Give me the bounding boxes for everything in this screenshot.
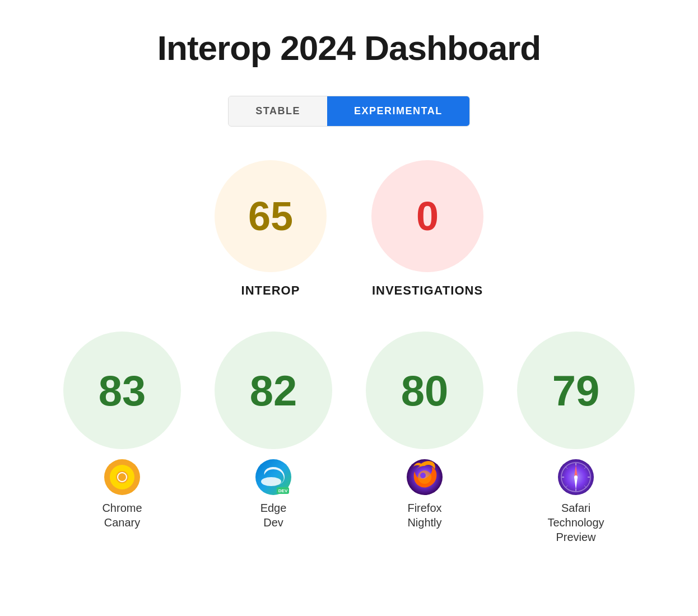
top-scores: 65 INTEROP 0 INVESTIGATIONS [215,160,483,298]
safari-tp-info: SafariTechnologyPreview [547,459,604,544]
svg-point-10 [420,473,426,478]
browser-edge-dev: 82 DEV Edg [209,332,338,530]
edge-dev-label: EdgeDev [260,501,287,530]
tab-experimental[interactable]: EXPERIMENTAL [327,96,469,126]
svg-point-23 [574,475,578,479]
firefox-nightly-score: 80 [366,332,483,449]
edge-dev-icon: DEV [255,459,291,495]
edge-dev-info: DEV EdgeDev [255,459,291,530]
interop-label: INTEROP [241,283,300,298]
safari-tp-score: 79 [517,332,635,449]
page-title: Interop 2024 Dashboard [157,28,541,68]
investigations-score-item: 0 INVESTIGATIONS [371,160,483,298]
interop-score-item: 65 INTEROP [215,160,327,298]
browser-firefox-nightly: 80 [360,332,489,530]
investigations-score-circle: 0 [371,160,483,272]
browser-safari-tp: 79 [511,332,640,544]
svg-point-3 [118,473,126,481]
tab-switcher: STABLE EXPERIMENTAL [228,96,469,127]
chrome-canary-info: ChromeCanary [102,459,142,530]
edge-dev-score: 82 [215,332,332,449]
browser-chrome-canary: 83 ChromeCanary [58,332,187,530]
investigations-label: INVESTIGATIONS [372,283,483,298]
firefox-nightly-icon [407,459,443,495]
chrome-canary-score: 83 [63,332,181,449]
chrome-canary-label: ChromeCanary [102,501,142,530]
svg-text:DEV: DEV [278,488,288,493]
browsers-row: 83 ChromeCanary 82 [58,332,640,544]
tab-stable[interactable]: STABLE [229,96,327,126]
safari-tp-icon [558,459,594,495]
svg-point-5 [261,477,281,486]
firefox-nightly-info: FirefoxNightly [407,459,443,530]
firefox-nightly-label: FirefoxNightly [407,501,441,530]
interop-score-circle: 65 [215,160,327,272]
safari-tp-label: SafariTechnologyPreview [547,501,604,544]
chrome-canary-icon [104,459,140,495]
